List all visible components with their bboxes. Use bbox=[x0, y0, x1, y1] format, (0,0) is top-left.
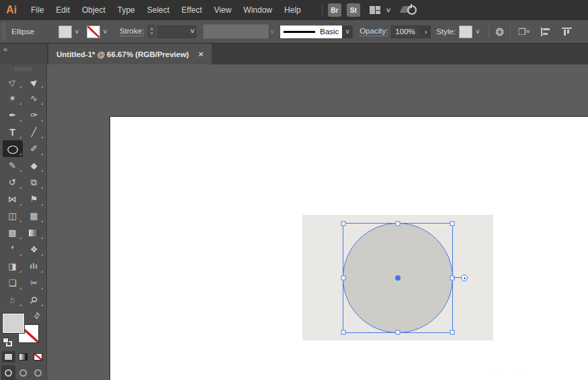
stepper-down-icon[interactable]: ˅ bbox=[150, 32, 153, 36]
shaper-icon: ✎ bbox=[9, 161, 16, 170]
document-tab-title: Untitled-1* @ 66.67% (RGB/Preview) bbox=[56, 50, 189, 58]
tool-slice[interactable]: ✂ bbox=[24, 275, 44, 291]
zoom-icon: ⚲ bbox=[28, 294, 40, 305]
menu-help[interactable]: Help bbox=[278, 0, 307, 20]
menu-file[interactable]: File bbox=[25, 0, 50, 20]
tool-mesh[interactable]: ▩ bbox=[3, 224, 23, 241]
tool-eraser[interactable]: ◆ bbox=[24, 157, 44, 174]
artboard[interactable]: · · · · bbox=[110, 116, 588, 380]
selection-handle[interactable] bbox=[396, 330, 401, 335]
slice-icon: ✂ bbox=[30, 279, 38, 287]
tool-shaper[interactable]: ✎ bbox=[3, 157, 23, 174]
menu-object[interactable]: Object bbox=[76, 0, 112, 20]
draw-normal-button[interactable] bbox=[1, 365, 15, 380]
stroke-label[interactable]: Stroke: bbox=[120, 27, 144, 36]
selection-handle[interactable] bbox=[341, 276, 346, 281]
default-fill-stroke-icon[interactable] bbox=[3, 338, 13, 347]
selection-center-point[interactable] bbox=[395, 275, 401, 281]
selection-handle[interactable] bbox=[450, 276, 455, 281]
selection-handle[interactable] bbox=[450, 222, 455, 226]
tool-gradient[interactable] bbox=[24, 224, 44, 241]
perspective-grid-icon: ▦ bbox=[30, 211, 38, 220]
collapse-panel-icon[interactable]: « bbox=[3, 45, 7, 53]
document-setup-icon[interactable]: ❐ ˅ bbox=[518, 27, 530, 37]
fill-color-swatch[interactable] bbox=[58, 26, 72, 38]
menu-select[interactable]: Select bbox=[141, 0, 175, 20]
stroke-style-field[interactable]: Basic bbox=[280, 26, 342, 38]
close-tab-icon[interactable]: × bbox=[198, 49, 204, 59]
stock-button[interactable]: St bbox=[347, 3, 360, 17]
swap-fill-stroke-icon[interactable]: ⇄ bbox=[32, 310, 43, 321]
tool-rotate[interactable]: ↺ bbox=[3, 174, 23, 191]
stroke-weight-chevron-down-icon[interactable]: ˅ bbox=[190, 28, 194, 35]
tool-column-graph[interactable]: ılı bbox=[24, 258, 44, 275]
selection-handle[interactable] bbox=[396, 222, 401, 226]
tools-panel-grip[interactable] bbox=[15, 67, 32, 71]
tool-eyedropper[interactable]: ❜ bbox=[3, 241, 23, 258]
tool-artboard[interactable]: ❏ bbox=[3, 275, 23, 291]
document-tab[interactable]: Untitled-1* @ 66.67% (RGB/Preview) × bbox=[48, 44, 212, 64]
control-bar-grip[interactable] bbox=[1, 23, 6, 40]
stroke-chevron-down-icon[interactable]: ˅ bbox=[100, 26, 110, 38]
color-button[interactable] bbox=[2, 351, 15, 363]
style-swatch[interactable] bbox=[459, 26, 472, 38]
style-chevron-down-icon[interactable]: ˅ bbox=[472, 26, 482, 38]
tool-shape-builder[interactable]: ◫ bbox=[3, 207, 23, 224]
selection-handle[interactable] bbox=[450, 330, 455, 335]
draw-behind-button[interactable] bbox=[16, 365, 30, 380]
menu-edit[interactable]: Edit bbox=[50, 0, 76, 20]
canvas[interactable]: · · · · bbox=[47, 64, 588, 380]
tool-ellipse[interactable]: ◯ bbox=[3, 140, 23, 157]
stroke-style-chevron-down-icon[interactable]: ˅ bbox=[342, 26, 353, 38]
stroke-color-none-swatch[interactable] bbox=[87, 26, 100, 38]
opacity-input[interactable]: 100% bbox=[391, 26, 421, 38]
stroke-style-dropdown[interactable]: Basic ˅ bbox=[280, 26, 353, 38]
tool-scale[interactable]: ⧉ bbox=[24, 174, 44, 191]
menu-view[interactable]: View bbox=[208, 0, 238, 20]
tool-paintbrush[interactable]: ✐ bbox=[24, 140, 44, 157]
workspace-chevron-down-icon[interactable]: ˅ bbox=[386, 7, 390, 14]
recolor-artwork-icon[interactable]: ❂ bbox=[495, 27, 504, 37]
tool-perspective-grid[interactable]: ▦ bbox=[24, 207, 44, 224]
selection-handle[interactable] bbox=[341, 222, 346, 226]
menu-type[interactable]: Type bbox=[112, 0, 141, 20]
illustrator-logo: Ai bbox=[0, 4, 25, 16]
document-tab-bar: « Untitled-1* @ 66.67% (RGB/Preview) × bbox=[0, 43, 588, 64]
tool-width[interactable]: ⋈ bbox=[3, 191, 23, 207]
menu-effect[interactable]: Effect bbox=[175, 0, 208, 20]
tool-puppet-warp[interactable]: ⚑ bbox=[24, 191, 44, 207]
bridge-button[interactable]: Br bbox=[328, 3, 341, 17]
stroke-weight-stepper[interactable]: ˄ ˅ bbox=[147, 25, 156, 38]
tool-line-segment[interactable]: ╱ bbox=[24, 124, 44, 140]
tool-blend[interactable]: ❖ bbox=[24, 241, 44, 258]
horizontal-align-left-icon[interactable] bbox=[541, 28, 551, 36]
draw-inside-button[interactable] bbox=[31, 365, 45, 380]
fill-chevron-down-icon[interactable]: ˅ bbox=[72, 26, 82, 38]
tool-lasso[interactable]: ∿ bbox=[24, 90, 44, 107]
hand-icon: ☞ bbox=[8, 296, 17, 304]
tool-type[interactable]: T bbox=[3, 124, 23, 140]
menu-window[interactable]: Window bbox=[237, 0, 278, 20]
tool-symbol-sprayer[interactable]: ◨ bbox=[3, 258, 23, 275]
opacity-arrow-icon[interactable]: › bbox=[421, 26, 431, 38]
vertical-align-top-icon[interactable] bbox=[562, 28, 572, 36]
none-button[interactable] bbox=[31, 351, 44, 363]
gradient-button[interactable] bbox=[17, 351, 30, 363]
tool-direct-selection[interactable]: ▶ bbox=[24, 73, 44, 90]
gpu-performance-icon[interactable] bbox=[401, 4, 417, 16]
opacity-label[interactable]: Opacity: bbox=[360, 27, 388, 36]
tool-curvature[interactable]: ✑ bbox=[24, 107, 44, 124]
tool-hand[interactable]: ☞ bbox=[3, 291, 23, 308]
pie-widget-handle[interactable] bbox=[461, 275, 468, 281]
column-graph-icon: ılı bbox=[30, 263, 38, 270]
tool-magic-wand[interactable]: ✶ bbox=[3, 90, 23, 107]
tool-selection[interactable]: ▷ bbox=[3, 73, 23, 90]
stroke-weight-dropdown[interactable]: ˅ bbox=[157, 26, 196, 38]
control-bar: Ellipse ˅ ˅ Stroke: ˄ ˅ ˅ ˅ Basic ˅ Opac… bbox=[0, 20, 588, 43]
selection-handle[interactable] bbox=[341, 330, 346, 335]
workspace-switcher-icon[interactable] bbox=[370, 6, 381, 15]
tool-zoom[interactable]: ⚲ bbox=[24, 291, 44, 308]
fill-swatch[interactable] bbox=[3, 314, 24, 333]
tool-pen[interactable]: ✒ bbox=[3, 107, 23, 124]
context-label: Ellipse bbox=[11, 28, 34, 36]
